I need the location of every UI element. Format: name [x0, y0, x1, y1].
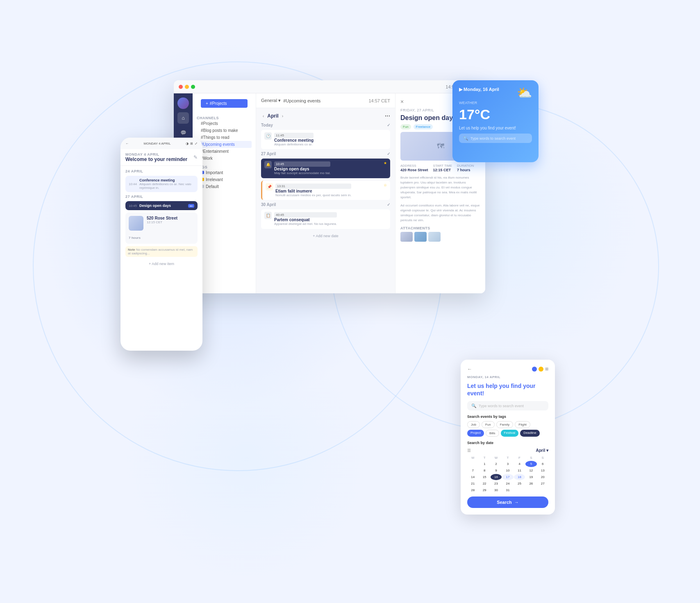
- chip-deadline[interactable]: Deadline: [520, 430, 540, 437]
- meta-start-label: START TIME: [433, 164, 452, 168]
- user-avatar[interactable]: [177, 97, 189, 109]
- cal-day-13[interactable]: 13: [537, 467, 548, 474]
- cal-day-30[interactable]: 30: [491, 487, 502, 493]
- cal-day-29[interactable]: 29: [479, 487, 490, 493]
- mobile-theme-icon[interactable]: ◑: [186, 142, 189, 145]
- cal-day-18[interactable]: 18: [514, 474, 525, 480]
- dow-w: W: [491, 455, 502, 460]
- tag-irrelevant[interactable]: Irrelevant: [197, 176, 252, 183]
- events-tab[interactable]: #Upcoming events: [283, 98, 320, 103]
- weather-icon: ⛅: [517, 87, 532, 99]
- address-duration-row: 7 hours: [129, 233, 194, 240]
- mobile-conf-info: Conference meeting Aliquam definitiones …: [139, 178, 194, 190]
- cal-day-9[interactable]: 9: [491, 467, 502, 474]
- main-topbar: General ▾ #Upcoming events 14:57 CET: [256, 93, 395, 108]
- close-dot[interactable]: [179, 85, 183, 89]
- cal-day-19[interactable]: 19: [525, 474, 536, 480]
- channel-entertainment[interactable]: #Entertainment: [197, 148, 252, 155]
- search-panel-back[interactable]: ←: [467, 366, 472, 372]
- cal-day-27[interactable]: 27: [537, 481, 548, 487]
- chip-job[interactable]: Job: [467, 421, 480, 428]
- cal-day-24[interactable]: 24: [502, 481, 513, 487]
- maximize-dot[interactable]: [191, 85, 195, 89]
- cal-day-10[interactable]: 10: [502, 467, 513, 474]
- cal-day-4[interactable]: 4: [514, 461, 525, 467]
- sidebar-item-chat[interactable]: 💬: [177, 127, 189, 138]
- cal-more-button[interactable]: ···: [385, 112, 390, 120]
- chip-fun[interactable]: Fun: [482, 421, 495, 428]
- attachment-2[interactable]: [414, 232, 427, 242]
- channel-blog[interactable]: #Blog posts to make: [197, 127, 252, 134]
- cal-day-16[interactable]: 16: [491, 474, 502, 480]
- event-partem-info: 40:45 Partem consequat Appareat diselega…: [274, 212, 337, 226]
- search-input-box[interactable]: 🔍 Type words to search event: [467, 401, 548, 410]
- tag-freelance-badge[interactable]: Freelance: [414, 124, 433, 129]
- cal-day-5[interactable]: 5: [525, 461, 536, 467]
- detail-close-button[interactable]: ×: [400, 98, 404, 105]
- cal-day-17[interactable]: 17: [502, 474, 513, 480]
- mobile-event-design[interactable]: 10:45 Design open days •••: [125, 201, 198, 210]
- event-partem[interactable]: 📋 40:45 Partem consequat Appareat disele…: [261, 209, 390, 229]
- event-etiam[interactable]: 📌 13:31 Etiam falit inumere Nonulli accu…: [261, 181, 390, 200]
- attachment-3[interactable]: [428, 232, 441, 242]
- tag-fun-badge[interactable]: Fun: [400, 124, 411, 129]
- chip-bills[interactable]: Bills: [486, 430, 499, 437]
- attachment-1[interactable]: [400, 232, 413, 242]
- mobile-design-title: Design open days: [139, 204, 171, 208]
- search-button[interactable]: Search →: [467, 496, 548, 508]
- cal-day-8[interactable]: 8: [479, 467, 490, 474]
- chip-project[interactable]: Project: [467, 430, 484, 437]
- cal-day-22[interactable]: 22: [479, 481, 490, 487]
- event-conference[interactable]: 🕐 11:45 Conference meeting Aliquam defin…: [261, 130, 390, 149]
- mobile-edit-icon[interactable]: ✎: [193, 154, 198, 160]
- ctrl-2: [539, 367, 543, 372]
- channel-things[interactable]: #Things to read: [197, 134, 252, 141]
- cal-next-button[interactable]: ›: [280, 113, 285, 119]
- cal-day-2[interactable]: 2: [491, 461, 502, 467]
- minimize-dot[interactable]: [185, 85, 189, 89]
- chip-festival[interactable]: Festival: [501, 430, 519, 437]
- weather-search-box[interactable]: 🔍 Type words to search event: [459, 134, 532, 143]
- cal-day-3[interactable]: 3: [502, 461, 513, 467]
- cal-day-11[interactable]: 11: [514, 467, 525, 474]
- tag-default[interactable]: Default: [197, 183, 252, 190]
- cal-day-1[interactable]: 1: [479, 461, 490, 467]
- cal-day-23[interactable]: 23: [491, 481, 502, 487]
- cal-day-15[interactable]: 15: [479, 474, 490, 480]
- cal-day-6[interactable]: 6: [537, 461, 548, 467]
- sidebar-item-home[interactable]: ⌂: [177, 112, 189, 124]
- meta-duration: DURATION 7 hours: [457, 164, 474, 172]
- mobile-event-conference[interactable]: 10:44 Conference meeting Aliquam definit…: [125, 176, 198, 192]
- search-panel-date: MONDAY, 14 APRIL: [467, 375, 548, 379]
- expand-icon[interactable]: ⊞: [545, 367, 548, 372]
- tag-important[interactable]: Important: [197, 169, 252, 176]
- cal-prev-button[interactable]: ‹: [261, 113, 266, 119]
- channel-upcoming[interactable]: #Upcoming events: [197, 141, 252, 148]
- event-design-open[interactable]: 🔔 10:45 Design open days May fait suscip…: [261, 159, 390, 178]
- general-dropdown[interactable]: General ▾: [261, 98, 281, 103]
- event-etiam-info: 13:31 Etiam falit inumere Nonulli accusa…: [275, 183, 351, 197]
- cal-day-21[interactable]: 21: [467, 481, 478, 487]
- channel-projects[interactable]: #Projects: [197, 120, 252, 127]
- cal-day-14[interactable]: 14: [467, 474, 478, 480]
- mobile-grid-icon[interactable]: ⊞: [190, 142, 193, 145]
- create-button[interactable]: + #Projects: [201, 99, 248, 108]
- mobile-expand-icon[interactable]: ⤢: [195, 142, 198, 145]
- cal-day-12[interactable]: 12: [525, 467, 536, 474]
- add-new-date-button[interactable]: + Add new date: [261, 231, 390, 240]
- mobile-section-27-april: 27 April: [125, 195, 198, 199]
- mobile-add-button[interactable]: + Add new item: [125, 259, 198, 268]
- chip-flight[interactable]: Flight: [515, 421, 530, 428]
- cal-day-7[interactable]: 7: [467, 467, 478, 474]
- channel-work[interactable]: #Work: [197, 155, 252, 162]
- cal-day-26[interactable]: 26: [525, 481, 536, 487]
- event-design-info: 10:45 Design open days May fait suscipit…: [274, 161, 330, 175]
- topbar-time: 14:57 CET: [368, 98, 390, 103]
- mobile-back-arrow[interactable]: ←: [125, 142, 129, 145]
- cal-day-25[interactable]: 25: [514, 481, 525, 487]
- cal-day-20[interactable]: 20: [537, 474, 548, 480]
- cal-day-28[interactable]: 28: [467, 487, 478, 493]
- event-design-icon: 🔔: [264, 161, 272, 168]
- chip-family[interactable]: Family: [496, 421, 514, 428]
- cal-day-31[interactable]: 31: [502, 487, 513, 493]
